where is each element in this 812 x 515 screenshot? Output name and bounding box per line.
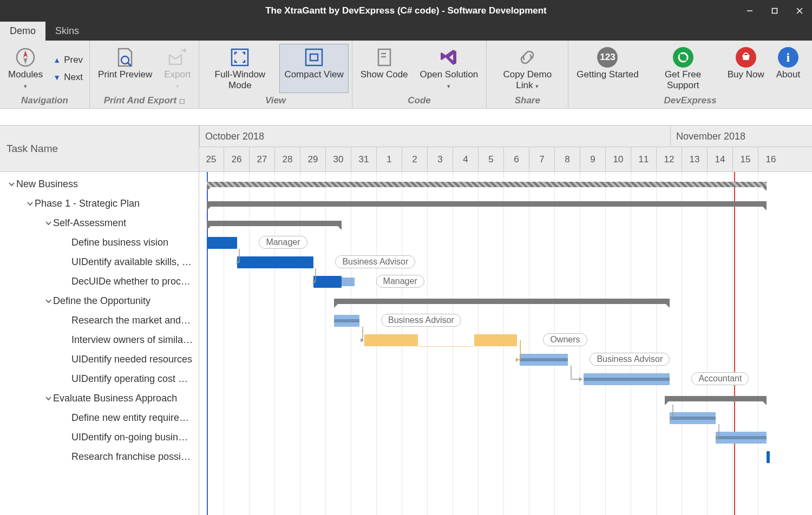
print-preview-button[interactable]: Print Preview xyxy=(93,44,157,93)
svg-rect-11 xyxy=(310,54,318,61)
svg-line-16 xyxy=(680,54,686,61)
open-solution-button[interactable]: Open Solution▾ xyxy=(415,44,483,93)
window-controls xyxy=(737,0,812,22)
info-icon: i xyxy=(777,47,799,68)
compact-view-label: Compact View xyxy=(284,69,343,80)
tab-demo[interactable]: Demo xyxy=(0,22,45,41)
ribbon-group-navigation: Modules▾ ▲ Prev ▼ Next Navigation xyxy=(0,41,90,108)
minimize-button[interactable] xyxy=(737,0,762,22)
get-support-label: Get Free Support xyxy=(651,69,716,90)
about-button[interactable]: i About xyxy=(771,44,805,93)
ribbon-group-label: View xyxy=(202,93,348,107)
link-icon xyxy=(516,47,538,68)
compact-view-button[interactable]: Compact View xyxy=(279,44,348,93)
modules-label: Modules xyxy=(8,69,43,80)
modules-button[interactable]: Modules▾ xyxy=(3,44,48,93)
show-code-button[interactable]: Show Code xyxy=(356,44,413,93)
svg-rect-9 xyxy=(232,49,248,65)
ribbon: Modules▾ ▲ Prev ▼ Next Navigation P xyxy=(0,41,812,109)
open-solution-label: Open Solution xyxy=(420,69,479,80)
svg-marker-5 xyxy=(23,50,28,57)
ribbon-group-code: Show Code Open Solution▾ Code xyxy=(352,41,487,108)
svg-rect-10 xyxy=(306,49,322,65)
svg-point-7 xyxy=(121,56,129,64)
svg-rect-1 xyxy=(772,9,777,14)
getting-started-icon: 123 xyxy=(597,47,618,68)
ribbon-group-devexpress: 123 Getting Started Get Free Support Buy… xyxy=(568,41,812,108)
print-preview-icon xyxy=(114,47,136,68)
svg-marker-6 xyxy=(23,57,28,64)
ribbon-tabstrip: Demo Skins xyxy=(0,22,812,41)
ribbon-group-label: DevExpress xyxy=(572,93,809,107)
ribbon-group-view: Full-Window Mode Compact View View xyxy=(199,41,352,108)
full-window-label: Full-Window Mode xyxy=(207,69,272,90)
ribbon-group-share: Copy Demo Link ▾ Share xyxy=(487,41,568,108)
buy-now-button[interactable]: Buy Now xyxy=(723,44,769,93)
full-window-mode-button[interactable]: Full-Window Mode xyxy=(202,44,277,93)
support-icon xyxy=(672,47,694,68)
buy-now-label: Buy Now xyxy=(728,69,764,80)
document-icon xyxy=(374,47,395,68)
visual-studio-icon xyxy=(438,47,460,68)
compass-icon xyxy=(15,47,36,68)
ribbon-group-label: Print And Export ◻ xyxy=(93,93,195,107)
tab-skins[interactable]: Skins xyxy=(45,22,89,41)
print-preview-label: Print Preview xyxy=(98,69,152,80)
next-button[interactable]: ▼ Next xyxy=(50,71,86,84)
compact-view-icon xyxy=(303,47,325,68)
ribbon-group-label: Navigation xyxy=(3,93,86,107)
export-button[interactable]: Export▾ xyxy=(159,44,195,93)
prev-label: Prev xyxy=(64,55,83,65)
close-button[interactable] xyxy=(787,0,812,22)
fullscreen-icon xyxy=(229,47,251,68)
buy-icon xyxy=(735,47,757,68)
prev-button[interactable]: ▲ Prev xyxy=(50,54,86,67)
triangle-down-icon: ▼ xyxy=(53,73,61,82)
maximize-button[interactable] xyxy=(762,0,787,22)
window-titlebar: The XtraGantt by DevExpress (C# code) - … xyxy=(0,0,812,22)
export-label: Export xyxy=(164,69,191,80)
show-code-label: Show Code xyxy=(361,69,408,80)
window-title: The XtraGantt by DevExpress (C# code) - … xyxy=(265,5,547,16)
copy-demo-link-button[interactable]: Copy Demo Link ▾ xyxy=(490,44,565,93)
getting-started-label: Getting Started xyxy=(577,69,638,80)
get-support-button[interactable]: Get Free Support xyxy=(646,44,721,93)
ribbon-group-label: Share xyxy=(490,93,565,107)
copy-demo-label: Copy Demo Link xyxy=(503,69,552,90)
triangle-up-icon: ▲ xyxy=(53,56,61,64)
getting-started-button[interactable]: 123 Getting Started xyxy=(572,44,643,93)
about-label: About xyxy=(776,69,800,80)
ribbon-group-print-export: Print Preview Export▾ Print And Export ◻ xyxy=(90,41,199,108)
next-label: Next xyxy=(64,72,83,83)
ribbon-group-label: Code xyxy=(356,93,483,107)
export-icon xyxy=(167,47,188,68)
